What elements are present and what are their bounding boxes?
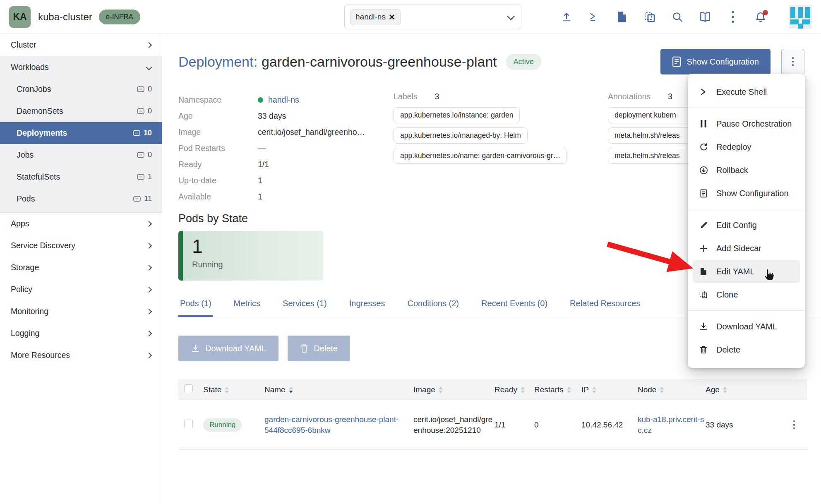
tab-services[interactable]: Services (1) xyxy=(281,299,329,317)
sidebar-item-monitoring[interactable]: Monitoring xyxy=(0,300,162,322)
sidebar-item-cluster[interactable]: Cluster xyxy=(0,34,162,56)
clone-icon xyxy=(699,290,708,299)
count-icon xyxy=(137,152,144,158)
pods-state-card-running[interactable]: 1 Running xyxy=(178,231,323,281)
select-all-checkbox[interactable] xyxy=(184,384,193,393)
chip-close-icon[interactable]: ✕ xyxy=(389,12,395,22)
file-solid-icon xyxy=(699,267,708,276)
resource-type: Deployment: xyxy=(178,54,257,70)
menu-item-delete[interactable]: Delete xyxy=(688,338,805,361)
available-value: 1 xyxy=(258,192,262,202)
tab-conditions[interactable]: Conditions (2) xyxy=(406,299,461,317)
namespace-chip[interactable]: handl-ns ✕ xyxy=(350,9,401,25)
file-icon[interactable] xyxy=(616,11,628,23)
menu-item-rollback[interactable]: Rollback xyxy=(688,158,805,182)
sidebar-item-storage[interactable]: Storage xyxy=(0,257,162,278)
sidebar-item-service-discovery[interactable]: Service Discovery xyxy=(0,235,162,257)
column-header-state[interactable]: State xyxy=(203,385,264,394)
resource-actions-menu: Execute Shell Pause Orchestration Redepl… xyxy=(688,74,805,368)
menu-item-show-configuration[interactable]: Show Configuration xyxy=(688,182,805,205)
pod-name-link[interactable]: garden-carnivorous-greenhouse-plant-544f… xyxy=(264,415,398,434)
pod-state-badge: Running xyxy=(203,418,242,432)
delete-button[interactable]: Delete xyxy=(288,336,350,361)
pod-node-link[interactable]: kub-a18.priv.cerit-sc.cz xyxy=(638,415,704,434)
menu-item-pause-orchestration[interactable]: Pause Orchestration xyxy=(688,112,805,135)
download-yaml-button[interactable]: Download YAML xyxy=(178,336,278,361)
menu-item-execute-shell[interactable]: Execute Shell xyxy=(688,80,805,103)
tab-pods[interactable]: Pods (1) xyxy=(178,299,213,317)
resource-actions-kebab-button[interactable] xyxy=(781,49,804,74)
sort-icon xyxy=(567,387,571,393)
running-count: 1 xyxy=(192,235,323,257)
column-header-ip[interactable]: IP xyxy=(581,385,638,394)
sidebar-item-daemonsets[interactable]: DaemonSets 0 xyxy=(0,100,162,122)
sidebar-item-logging[interactable]: Logging xyxy=(0,322,162,344)
sidebar-item-jobs[interactable]: Jobs 0 xyxy=(0,144,162,166)
cluster-name: kuba-cluster xyxy=(38,11,92,23)
menu-item-clone[interactable]: Clone xyxy=(688,283,805,306)
trash-icon xyxy=(300,344,308,353)
menu-item-add-sidecar[interactable]: Add Sidecar xyxy=(688,237,805,260)
namespace-link[interactable]: handl-ns xyxy=(268,95,299,105)
sort-icon xyxy=(225,387,229,393)
row-actions-kebab[interactable] xyxy=(793,420,795,430)
sidebar-item-cronjobs[interactable]: CronJobs 0 xyxy=(0,78,162,100)
avatar[interactable]: KA xyxy=(9,6,31,28)
menu-item-edit-config[interactable]: Edit Config xyxy=(688,214,805,237)
chevron-right-icon xyxy=(146,352,152,358)
sidebar-item-deployments[interactable]: Deployments 10 xyxy=(0,122,162,144)
top-header: KA kuba-cluster e-INFRA handl-ns ✕ xyxy=(0,0,821,34)
sidebar-item-policy[interactable]: Policy xyxy=(0,278,162,300)
page-header: Deployment: garden-carnivorous-greenhous… xyxy=(178,49,821,74)
column-header-ready[interactable]: Ready xyxy=(495,385,534,394)
show-configuration-button[interactable]: Show Configuration xyxy=(660,49,771,74)
docs-book-icon[interactable] xyxy=(699,11,711,23)
status-badge: Active xyxy=(506,54,541,70)
upload-icon[interactable] xyxy=(560,11,573,23)
ready-value: 1/1 xyxy=(258,160,269,169)
sidebar-item-statefulsets[interactable]: StatefulSets 1 xyxy=(0,166,162,188)
image-value: cerit.io/josef_handl/greenho… xyxy=(258,127,365,137)
kubectl-shell-icon[interactable] xyxy=(588,11,600,23)
sort-icon xyxy=(660,387,664,393)
namespace-filter[interactable]: handl-ns ✕ xyxy=(344,5,521,29)
pencil-icon xyxy=(699,221,708,229)
row-checkbox[interactable] xyxy=(184,420,193,428)
tab-recent-events[interactable]: Recent Events (0) xyxy=(480,299,549,317)
header-icons xyxy=(560,5,812,29)
sort-icon xyxy=(439,387,443,393)
tab-metrics[interactable]: Metrics xyxy=(232,299,262,317)
count-icon xyxy=(133,130,140,136)
column-header-restarts[interactable]: Restarts xyxy=(534,385,581,394)
kebab-menu-icon[interactable] xyxy=(727,11,739,23)
column-header-name[interactable]: Name xyxy=(264,385,413,394)
count-icon xyxy=(137,86,144,92)
chevron-right-icon xyxy=(146,221,152,226)
labels-column: Labels3 app.kubernetes.io/instance: gard… xyxy=(394,92,608,205)
notifications-bell-icon[interactable] xyxy=(754,11,767,23)
label-chip: app.kubernetes.io/name: garden-carnivoro… xyxy=(394,148,567,164)
sidebar-item-more-resources[interactable]: More Resources xyxy=(0,344,162,366)
menu-item-redeploy[interactable]: Redeploy xyxy=(688,135,805,158)
sidebar-item-workloads[interactable]: Workloads xyxy=(0,56,162,78)
env-badge: e-INFRA xyxy=(99,10,140,24)
menu-item-edit-yaml[interactable]: Edit YAML xyxy=(693,260,800,283)
tab-ingresses[interactable]: Ingresses xyxy=(348,299,387,317)
state-color-bar xyxy=(178,231,183,281)
rancher-app: KA kuba-cluster e-INFRA handl-ns ✕ xyxy=(0,0,821,504)
sort-icon xyxy=(723,387,727,393)
column-header-node[interactable]: Node xyxy=(638,385,706,394)
search-icon[interactable] xyxy=(671,11,684,23)
pod-ip: 10.42.56.42 xyxy=(581,420,638,430)
menu-item-download-yaml[interactable]: Download YAML xyxy=(688,315,805,338)
tab-related-resources[interactable]: Related Resources xyxy=(568,299,642,317)
import-yaml-icon[interactable] xyxy=(643,11,656,23)
menu-divider xyxy=(688,209,805,209)
sidebar-item-pods[interactable]: Pods 11 xyxy=(0,188,162,210)
cluster-logo[interactable] xyxy=(789,5,812,29)
sidebar-item-apps[interactable]: Apps xyxy=(0,213,162,235)
sort-icon xyxy=(592,387,596,393)
column-header-image[interactable]: Image xyxy=(413,385,495,394)
column-header-age[interactable]: Age xyxy=(706,385,773,394)
uptodate-value: 1 xyxy=(258,176,262,185)
